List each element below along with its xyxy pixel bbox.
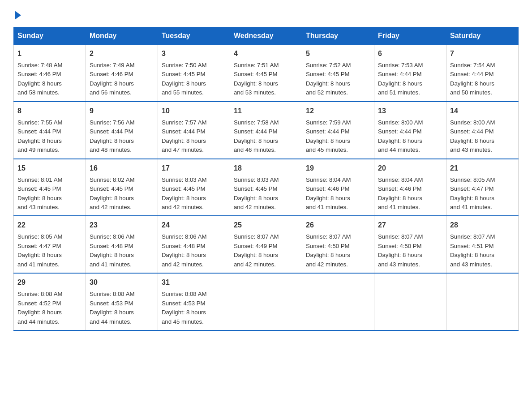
calendar-cell (446, 273, 519, 330)
day-number: 30 (90, 277, 154, 288)
calendar-cell: 31Sunrise: 8:08 AMSunset: 4:53 PMDayligh… (158, 273, 230, 330)
calendar-cell: 25Sunrise: 8:07 AMSunset: 4:49 PMDayligh… (230, 216, 302, 273)
cell-info: Sunrise: 8:08 AMSunset: 4:53 PMDaylight:… (162, 291, 206, 325)
calendar-week-row: 22Sunrise: 8:05 AMSunset: 4:47 PMDayligh… (14, 216, 519, 273)
day-number: 9 (90, 106, 154, 116)
day-number: 12 (306, 106, 370, 116)
cell-info: Sunrise: 7:51 AMSunset: 4:45 PMDaylight:… (234, 62, 279, 96)
day-number: 11 (234, 106, 298, 116)
day-number: 25 (234, 220, 298, 231)
calendar-cell: 14Sunrise: 8:00 AMSunset: 4:44 PMDayligh… (446, 102, 519, 159)
calendar-cell: 9Sunrise: 7:56 AMSunset: 4:44 PMDaylight… (86, 102, 158, 159)
day-number: 1 (17, 48, 82, 59)
calendar-cell: 1Sunrise: 7:48 AMSunset: 4:46 PMDaylight… (14, 45, 86, 102)
calendar-cell: 22Sunrise: 8:05 AMSunset: 4:47 PMDayligh… (14, 216, 86, 273)
day-number: 13 (378, 106, 442, 116)
calendar-cell: 28Sunrise: 8:07 AMSunset: 4:51 PMDayligh… (446, 216, 519, 273)
logo-arrow-icon (15, 11, 21, 20)
calendar-header-row: SundayMondayTuesdayWednesdayThursdayFrid… (14, 27, 519, 45)
day-number: 29 (17, 277, 82, 288)
page-header (13, 9, 519, 18)
calendar-cell: 6Sunrise: 7:53 AMSunset: 4:44 PMDaylight… (374, 45, 446, 102)
calendar-cell: 17Sunrise: 8:03 AMSunset: 4:45 PMDayligh… (158, 159, 230, 216)
cell-info: Sunrise: 7:54 AMSunset: 4:44 PMDaylight:… (450, 62, 495, 96)
logo (13, 9, 21, 18)
calendar-cell: 23Sunrise: 8:06 AMSunset: 4:48 PMDayligh… (86, 216, 158, 273)
calendar-cell: 12Sunrise: 7:59 AMSunset: 4:44 PMDayligh… (302, 102, 374, 159)
calendar-cell: 20Sunrise: 8:04 AMSunset: 4:46 PMDayligh… (374, 159, 446, 216)
calendar-cell: 30Sunrise: 8:08 AMSunset: 4:53 PMDayligh… (86, 273, 158, 330)
day-number: 20 (378, 163, 442, 174)
calendar-week-row: 1Sunrise: 7:48 AMSunset: 4:46 PMDaylight… (14, 45, 519, 102)
day-number: 18 (234, 163, 298, 174)
cell-info: Sunrise: 7:52 AMSunset: 4:45 PMDaylight:… (306, 62, 351, 96)
header-friday: Friday (374, 27, 446, 45)
day-number: 21 (450, 163, 515, 174)
cell-info: Sunrise: 8:08 AMSunset: 4:52 PMDaylight:… (17, 291, 62, 325)
day-number: 2 (90, 48, 154, 59)
day-number: 19 (306, 163, 370, 174)
day-number: 10 (162, 106, 226, 116)
cell-info: Sunrise: 8:07 AMSunset: 4:50 PMDaylight:… (378, 233, 423, 267)
day-number: 23 (90, 220, 154, 231)
calendar-cell: 7Sunrise: 7:54 AMSunset: 4:44 PMDaylight… (446, 45, 519, 102)
calendar-week-row: 29Sunrise: 8:08 AMSunset: 4:52 PMDayligh… (14, 273, 519, 330)
cell-info: Sunrise: 7:58 AMSunset: 4:44 PMDaylight:… (234, 119, 279, 153)
day-number: 31 (162, 277, 226, 288)
cell-info: Sunrise: 8:06 AMSunset: 4:48 PMDaylight:… (90, 233, 134, 267)
cell-info: Sunrise: 7:59 AMSunset: 4:44 PMDaylight:… (306, 119, 351, 153)
calendar-cell: 2Sunrise: 7:49 AMSunset: 4:46 PMDaylight… (86, 45, 158, 102)
cell-info: Sunrise: 7:57 AMSunset: 4:44 PMDaylight:… (162, 119, 206, 153)
calendar-week-row: 15Sunrise: 8:01 AMSunset: 4:45 PMDayligh… (14, 159, 519, 216)
cell-info: Sunrise: 7:56 AMSunset: 4:44 PMDaylight:… (90, 119, 134, 153)
calendar-cell: 11Sunrise: 7:58 AMSunset: 4:44 PMDayligh… (230, 102, 302, 159)
header-monday: Monday (86, 27, 158, 45)
cell-info: Sunrise: 7:48 AMSunset: 4:46 PMDaylight:… (17, 62, 62, 96)
cell-info: Sunrise: 8:03 AMSunset: 4:45 PMDaylight:… (234, 176, 279, 210)
calendar-cell (374, 273, 446, 330)
day-number: 4 (234, 48, 298, 59)
calendar-cell: 18Sunrise: 8:03 AMSunset: 4:45 PMDayligh… (230, 159, 302, 216)
cell-info: Sunrise: 7:49 AMSunset: 4:46 PMDaylight:… (90, 62, 134, 96)
cell-info: Sunrise: 8:02 AMSunset: 4:45 PMDaylight:… (90, 176, 134, 210)
calendar-cell: 8Sunrise: 7:55 AMSunset: 4:44 PMDaylight… (14, 102, 86, 159)
day-number: 6 (378, 48, 442, 59)
cell-info: Sunrise: 8:08 AMSunset: 4:53 PMDaylight:… (90, 291, 134, 325)
calendar-cell: 19Sunrise: 8:04 AMSunset: 4:46 PMDayligh… (302, 159, 374, 216)
cell-info: Sunrise: 8:03 AMSunset: 4:45 PMDaylight:… (162, 176, 206, 210)
cell-info: Sunrise: 8:00 AMSunset: 4:44 PMDaylight:… (450, 119, 495, 153)
calendar-cell: 4Sunrise: 7:51 AMSunset: 4:45 PMDaylight… (230, 45, 302, 102)
day-number: 3 (162, 48, 226, 59)
day-number: 22 (17, 220, 82, 231)
day-number: 7 (450, 48, 515, 59)
day-number: 24 (162, 220, 226, 231)
cell-info: Sunrise: 8:07 AMSunset: 4:49 PMDaylight:… (234, 233, 279, 267)
cell-info: Sunrise: 8:05 AMSunset: 4:47 PMDaylight:… (450, 176, 495, 210)
calendar-table: SundayMondayTuesdayWednesdayThursdayFrid… (13, 27, 519, 331)
day-number: 15 (17, 163, 82, 174)
header-saturday: Saturday (446, 27, 519, 45)
day-number: 27 (378, 220, 442, 231)
calendar-cell: 27Sunrise: 8:07 AMSunset: 4:50 PMDayligh… (374, 216, 446, 273)
day-number: 17 (162, 163, 226, 174)
calendar-cell (230, 273, 302, 330)
calendar-cell: 21Sunrise: 8:05 AMSunset: 4:47 PMDayligh… (446, 159, 519, 216)
calendar-cell: 3Sunrise: 7:50 AMSunset: 4:45 PMDaylight… (158, 45, 230, 102)
calendar-cell: 13Sunrise: 8:00 AMSunset: 4:44 PMDayligh… (374, 102, 446, 159)
cell-info: Sunrise: 8:00 AMSunset: 4:44 PMDaylight:… (378, 119, 423, 153)
calendar-week-row: 8Sunrise: 7:55 AMSunset: 4:44 PMDaylight… (14, 102, 519, 159)
day-number: 14 (450, 106, 515, 116)
cell-info: Sunrise: 7:50 AMSunset: 4:45 PMDaylight:… (162, 62, 206, 96)
day-number: 26 (306, 220, 370, 231)
day-number: 8 (17, 106, 82, 116)
calendar-cell: 16Sunrise: 8:02 AMSunset: 4:45 PMDayligh… (86, 159, 158, 216)
day-number: 5 (306, 48, 370, 59)
header-tuesday: Tuesday (158, 27, 230, 45)
cell-info: Sunrise: 8:07 AMSunset: 4:50 PMDaylight:… (306, 233, 351, 267)
header-wednesday: Wednesday (230, 27, 302, 45)
header-thursday: Thursday (302, 27, 374, 45)
cell-info: Sunrise: 8:04 AMSunset: 4:46 PMDaylight:… (306, 176, 351, 210)
calendar-cell: 15Sunrise: 8:01 AMSunset: 4:45 PMDayligh… (14, 159, 86, 216)
day-number: 16 (90, 163, 154, 174)
cell-info: Sunrise: 8:06 AMSunset: 4:48 PMDaylight:… (162, 233, 206, 267)
